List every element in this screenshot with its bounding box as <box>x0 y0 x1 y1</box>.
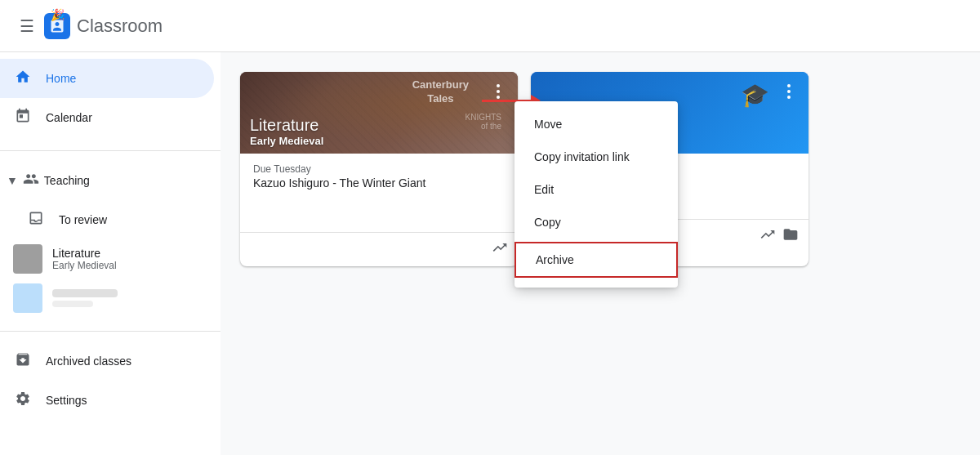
sidebar-divider-2 <box>0 331 220 332</box>
context-menu-item-archive[interactable]: Archive <box>514 242 678 278</box>
card-due: Due Tuesday <box>253 163 505 175</box>
sidebar-item-calendar-label: Calendar <box>46 111 92 124</box>
card-literature: CanterburyTales KNIGHTSof the Literature… <box>240 72 518 266</box>
hat-icon: 🎉 <box>51 8 65 21</box>
card-bg-text: CanterburyTales <box>412 78 469 106</box>
literature-avatar <box>13 244 42 274</box>
context-menu-item-edit[interactable]: Edit <box>514 173 678 206</box>
class2-avatar <box>13 283 42 313</box>
sidebar-item-archived[interactable]: Archived classes <box>0 341 214 381</box>
card-title: Literature <box>250 116 323 135</box>
logo-icon: 🎉 <box>44 13 70 39</box>
main-layout: Home Calendar ▼ Teaching To review <box>0 52 980 455</box>
menu-icon[interactable]: ☰ <box>13 10 41 42</box>
card-literature-header[interactable]: CanterburyTales KNIGHTSof the Literature… <box>240 72 518 154</box>
literature-class-section: Early Medieval <box>52 260 117 271</box>
inbox-icon <box>26 210 46 230</box>
archive-icon <box>13 351 33 372</box>
folder-icon[interactable] <box>782 226 799 247</box>
sidebar-divider-1 <box>0 150 220 151</box>
sidebar-item-settings-label: Settings <box>46 394 87 407</box>
calendar-icon <box>13 108 33 128</box>
sidebar-section-teaching[interactable]: ▼ Teaching <box>0 161 214 200</box>
card-subtitle: Early Medieval <box>250 135 323 147</box>
app-logo: 🎉 Classroom <box>44 13 163 39</box>
context-menu-item-copy-link[interactable]: Copy invitation link <box>514 141 678 173</box>
app-name: Classroom <box>77 16 163 37</box>
card2-three-dots-icon <box>787 84 791 99</box>
sidebar-item-home[interactable]: Home <box>0 59 214 98</box>
sidebar-class-literature[interactable]: Literature Early Medieval <box>0 239 214 279</box>
card2-trend-icon[interactable] <box>760 226 776 247</box>
context-menu-item-move[interactable]: Move <box>514 108 678 141</box>
sidebar-item-to-review-label: To review <box>59 213 107 226</box>
sidebar-item-home-label: Home <box>46 72 76 85</box>
card-bg-sub: KNIGHTSof the <box>466 113 501 131</box>
sidebar-item-settings[interactable]: Settings <box>0 381 214 420</box>
sidebar-item-calendar[interactable]: Calendar <box>0 98 214 137</box>
sidebar-section-teaching-label: Teaching <box>44 174 90 187</box>
sidebar: Home Calendar ▼ Teaching To review <box>0 52 220 455</box>
topbar: ☰ 🎉 Classroom <box>0 0 980 52</box>
class2-info <box>52 289 118 307</box>
context-menu: Move Copy invitation link Edit Copy Arch… <box>514 101 678 288</box>
literature-class-info: Literature Early Medieval <box>52 247 117 271</box>
content-area: CanterburyTales KNIGHTSof the Literature… <box>220 52 980 455</box>
sidebar-item-to-review[interactable]: To review <box>0 200 214 239</box>
literature-class-name: Literature <box>52 247 117 260</box>
card-assignment: Kazuo Ishiguro - The Winter Giant <box>253 176 505 190</box>
trend-icon[interactable] <box>492 239 508 260</box>
grad-hat-icon: 🎓 <box>741 82 769 109</box>
settings-icon <box>13 390 33 411</box>
card-footer <box>240 232 518 266</box>
sidebar-class-2[interactable] <box>0 279 214 318</box>
card2-menu-button[interactable] <box>776 78 802 105</box>
home-icon <box>13 69 33 89</box>
card-body: Due Tuesday Kazuo Ishiguro - The Winter … <box>240 154 518 199</box>
context-menu-item-copy[interactable]: Copy <box>514 206 678 239</box>
sidebar-item-archived-label: Archived classes <box>46 355 131 368</box>
card-title-area: Literature Early Medieval <box>250 116 323 147</box>
chevron-down-icon: ▼ <box>7 174 18 187</box>
people-icon <box>21 171 41 191</box>
